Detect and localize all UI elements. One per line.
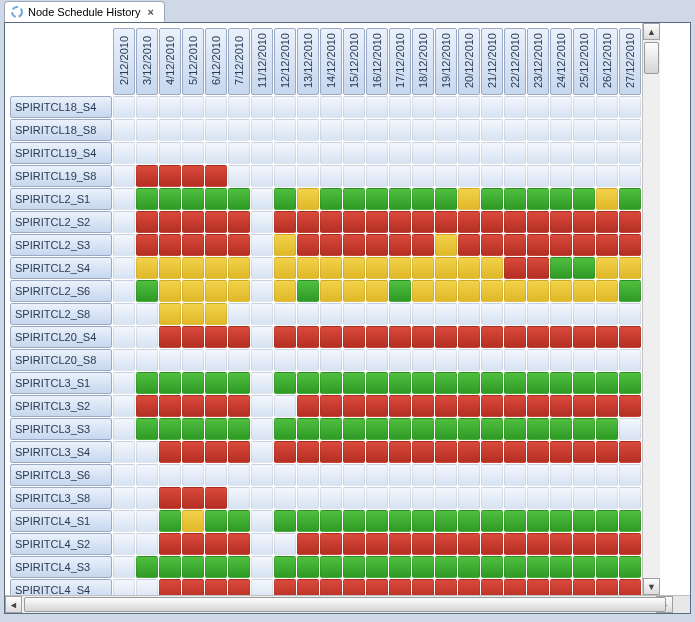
status-cell[interactable]: [320, 441, 342, 463]
status-cell[interactable]: [435, 280, 457, 302]
status-cell[interactable]: [619, 510, 641, 532]
status-cell[interactable]: [458, 234, 480, 256]
status-cell[interactable]: [550, 510, 572, 532]
status-cell[interactable]: [182, 257, 204, 279]
status-cell[interactable]: [619, 142, 641, 164]
status-cell[interactable]: [113, 326, 135, 348]
status-cell[interactable]: [458, 510, 480, 532]
status-cell[interactable]: [527, 349, 549, 371]
status-cell[interactable]: [458, 349, 480, 371]
status-cell[interactable]: [389, 96, 411, 118]
status-cell[interactable]: [458, 142, 480, 164]
status-cell[interactable]: [389, 234, 411, 256]
status-cell[interactable]: [619, 533, 641, 555]
vertical-scroll-track[interactable]: [643, 40, 660, 578]
status-cell[interactable]: [389, 119, 411, 141]
date-column-header[interactable]: 15/12/2010: [343, 28, 365, 95]
status-cell[interactable]: [136, 441, 158, 463]
status-cell[interactable]: [274, 211, 296, 233]
status-cell[interactable]: [458, 395, 480, 417]
status-cell[interactable]: [481, 211, 503, 233]
status-cell[interactable]: [550, 165, 572, 187]
status-cell[interactable]: [205, 257, 227, 279]
status-cell[interactable]: [366, 372, 388, 394]
status-cell[interactable]: [481, 510, 503, 532]
status-cell[interactable]: [481, 96, 503, 118]
status-cell[interactable]: [550, 349, 572, 371]
status-cell[interactable]: [228, 441, 250, 463]
status-cell[interactable]: [320, 533, 342, 555]
status-cell[interactable]: [389, 487, 411, 509]
status-cell[interactable]: [182, 165, 204, 187]
status-cell[interactable]: [366, 556, 388, 578]
status-cell[interactable]: [366, 188, 388, 210]
status-cell[interactable]: [113, 487, 135, 509]
status-cell[interactable]: [619, 303, 641, 325]
status-cell[interactable]: [458, 303, 480, 325]
status-cell[interactable]: [596, 96, 618, 118]
status-cell[interactable]: [251, 142, 273, 164]
status-cell[interactable]: [297, 510, 319, 532]
status-cell[interactable]: [412, 303, 434, 325]
status-cell[interactable]: [366, 142, 388, 164]
status-cell[interactable]: [389, 556, 411, 578]
status-cell[interactable]: [412, 441, 434, 463]
status-cell[interactable]: [343, 142, 365, 164]
status-cell[interactable]: [251, 487, 273, 509]
status-cell[interactable]: [366, 464, 388, 486]
scroll-down-button[interactable]: ▼: [643, 578, 660, 595]
status-cell[interactable]: [297, 533, 319, 555]
status-cell[interactable]: [412, 372, 434, 394]
status-cell[interactable]: [481, 257, 503, 279]
status-cell[interactable]: [527, 303, 549, 325]
status-cell[interactable]: [504, 441, 526, 463]
date-column-header[interactable]: 6/12/2010: [205, 28, 227, 95]
status-cell[interactable]: [159, 119, 181, 141]
status-cell[interactable]: [389, 464, 411, 486]
status-cell[interactable]: [274, 303, 296, 325]
status-cell[interactable]: [435, 464, 457, 486]
status-cell[interactable]: [159, 142, 181, 164]
date-column-header[interactable]: 3/12/2010: [136, 28, 158, 95]
status-cell[interactable]: [228, 303, 250, 325]
status-cell[interactable]: [550, 556, 572, 578]
status-cell[interactable]: [343, 533, 365, 555]
status-cell[interactable]: [389, 418, 411, 440]
status-cell[interactable]: [481, 441, 503, 463]
status-cell[interactable]: [527, 234, 549, 256]
status-cell[interactable]: [274, 165, 296, 187]
status-cell[interactable]: [228, 533, 250, 555]
status-cell[interactable]: [205, 326, 227, 348]
status-cell[interactable]: [136, 464, 158, 486]
node-row-header[interactable]: SPIRITCL3_S6: [10, 464, 112, 486]
status-cell[interactable]: [251, 464, 273, 486]
status-cell[interactable]: [205, 464, 227, 486]
status-cell[interactable]: [458, 165, 480, 187]
status-cell[interactable]: [435, 418, 457, 440]
status-cell[interactable]: [366, 326, 388, 348]
status-cell[interactable]: [274, 533, 296, 555]
date-column-header[interactable]: 4/12/2010: [159, 28, 181, 95]
status-cell[interactable]: [527, 165, 549, 187]
status-cell[interactable]: [504, 96, 526, 118]
status-cell[interactable]: [458, 579, 480, 595]
status-cell[interactable]: [320, 119, 342, 141]
status-cell[interactable]: [113, 188, 135, 210]
status-cell[interactable]: [113, 257, 135, 279]
status-cell[interactable]: [320, 418, 342, 440]
status-cell[interactable]: [113, 533, 135, 555]
status-cell[interactable]: [389, 326, 411, 348]
vertical-scrollbar[interactable]: ▲ ▼: [642, 23, 660, 595]
status-cell[interactable]: [412, 280, 434, 302]
status-cell[interactable]: [251, 510, 273, 532]
status-cell[interactable]: [228, 188, 250, 210]
status-cell[interactable]: [596, 188, 618, 210]
status-cell[interactable]: [596, 487, 618, 509]
status-cell[interactable]: [182, 418, 204, 440]
status-cell[interactable]: [274, 487, 296, 509]
status-cell[interactable]: [159, 579, 181, 595]
status-cell[interactable]: [182, 119, 204, 141]
status-cell[interactable]: [205, 349, 227, 371]
status-cell[interactable]: [435, 487, 457, 509]
status-cell[interactable]: [412, 487, 434, 509]
